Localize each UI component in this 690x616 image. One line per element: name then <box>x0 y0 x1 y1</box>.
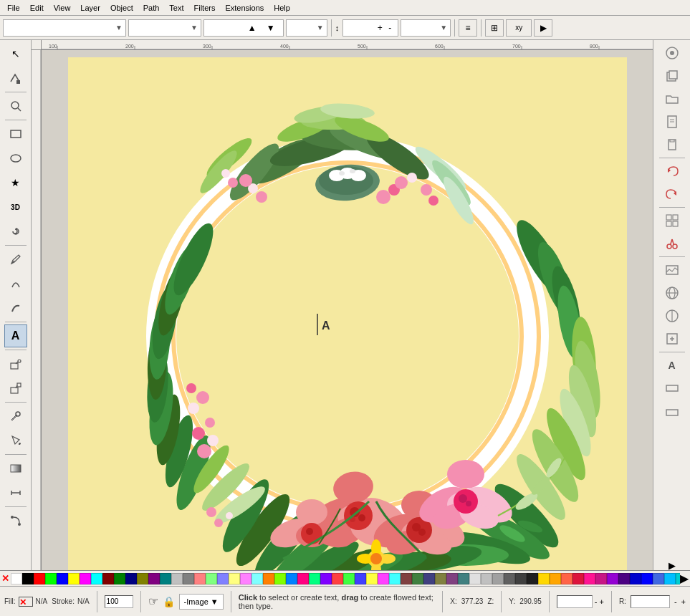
menu-text[interactable]: Text <box>165 2 188 14</box>
palette-swatch[interactable] <box>630 573 641 584</box>
tool-rect[interactable] <box>4 122 27 145</box>
tool-spray[interactable] <box>4 352 27 375</box>
right-web2-btn[interactable] <box>659 305 685 327</box>
size-up-btn[interactable]: ▲ <box>243 19 262 37</box>
palette-swatch[interactable] <box>22 573 34 584</box>
palette-swatch[interactable] <box>538 573 550 584</box>
unit-control[interactable]: pt ▼ <box>286 19 327 37</box>
font-family-input[interactable]: Linux Libertine Display O <box>6 24 114 32</box>
palette-swatch[interactable] <box>137 573 148 584</box>
palette-swatch[interactable] <box>584 573 595 584</box>
font-size-control[interactable]: 32 ▲ ▼ <box>203 19 284 37</box>
palette-swatch[interactable] <box>401 573 412 584</box>
menu-filters[interactable]: Filters <box>190 2 220 14</box>
more-btn[interactable]: ▶ <box>534 19 552 37</box>
palette-swatch[interactable] <box>641 573 653 584</box>
palette-swatch[interactable] <box>595 573 607 584</box>
palette-swatch[interactable] <box>446 573 458 584</box>
tool-dropper[interactable] <box>4 405 27 428</box>
tool-spray2[interactable] <box>4 377 27 400</box>
palette-swatch[interactable] <box>653 573 664 584</box>
zoom-in-btn[interactable]: + <box>599 597 603 606</box>
palette-swatch[interactable] <box>57 573 68 584</box>
palette-swatch[interactable] <box>664 573 676 584</box>
palette-swatch[interactable] <box>618 573 630 584</box>
xy-btn[interactable]: xy <box>506 19 532 37</box>
right-shape-btn[interactable] <box>659 400 685 422</box>
right-copy-btn[interactable] <box>659 65 685 87</box>
line-spacing-control[interactable]: 1.15 + - <box>342 19 398 37</box>
palette-swatch[interactable] <box>332 573 343 584</box>
tool-text[interactable]: A <box>4 324 27 347</box>
palette-swatch[interactable] <box>286 573 297 584</box>
palette-swatch[interactable] <box>91 573 102 584</box>
palette-swatch[interactable] <box>527 573 538 584</box>
menu-edit[interactable]: Edit <box>26 2 48 14</box>
palette-swatch[interactable] <box>550 573 561 584</box>
font-size-input[interactable]: 32 <box>207 24 243 32</box>
palette-swatch[interactable] <box>572 573 584 584</box>
menu-file[interactable]: File <box>3 2 24 14</box>
palette-swatch[interactable] <box>263 573 274 584</box>
menu-help[interactable]: Help <box>269 2 294 14</box>
right-page-btn[interactable] <box>659 111 685 133</box>
palette-swatch[interactable] <box>125 573 137 584</box>
right-image-btn[interactable] <box>659 259 685 281</box>
right-undo-btn[interactable] <box>659 160 685 182</box>
palette-swatch[interactable] <box>217 573 229 584</box>
tool-pencil[interactable] <box>4 248 27 271</box>
palette-swatch[interactable] <box>34 573 45 584</box>
palette-swatch[interactable] <box>320 573 332 584</box>
palette-swatch[interactable] <box>366 573 378 584</box>
image-dropdown[interactable]: -Image ▼ <box>179 594 224 610</box>
zoom-out-btn[interactable]: - <box>595 597 598 606</box>
rotation-cw-btn[interactable]: + <box>681 597 686 606</box>
tool-3d[interactable]: 3D <box>4 196 27 218</box>
palette-swatch[interactable] <box>148 573 160 584</box>
palette-swatch[interactable] <box>423 573 435 584</box>
rotation-input[interactable]: 0.00° <box>631 595 670 608</box>
palette-swatch[interactable] <box>183 573 194 584</box>
font-family-control[interactable]: Linux Libertine Display O ▼ <box>3 19 126 37</box>
palette-swatch[interactable] <box>561 573 572 584</box>
palette-swatch[interactable] <box>45 573 57 584</box>
palette-swatch[interactable] <box>481 573 492 584</box>
palette-swatch[interactable] <box>102 573 114 584</box>
tool-star[interactable]: ★ <box>4 171 27 194</box>
palette-swatch[interactable] <box>458 573 469 584</box>
opacity-input[interactable] <box>105 595 133 608</box>
right-paste-btn[interactable] <box>659 134 685 155</box>
palette-swatch[interactable] <box>251 573 263 584</box>
right-redo-btn[interactable] <box>659 183 685 205</box>
palette-swatch[interactable] <box>68 573 80 584</box>
right-rect2-btn[interactable] <box>659 377 685 399</box>
canvas[interactable]: A <box>68 57 627 600</box>
palette-swatch[interactable] <box>492 573 504 584</box>
menu-extensions[interactable]: Extensions <box>221 2 268 14</box>
size-down-btn[interactable]: ▼ <box>262 19 280 37</box>
tool-select[interactable]: ↖ <box>4 42 27 65</box>
glyph-btn[interactable]: ⊞ <box>485 19 504 37</box>
palette-swatch[interactable] <box>194 573 206 584</box>
menu-path[interactable]: Path <box>139 2 164 14</box>
canvas-wrapper[interactable]: A <box>42 50 653 600</box>
palette-swatch[interactable] <box>160 573 171 584</box>
tool-gradient[interactable] <box>4 457 27 480</box>
palette-swatch[interactable] <box>607 573 618 584</box>
tool-fill[interactable] <box>4 429 27 452</box>
spacing-down-btn[interactable]: - <box>385 19 395 37</box>
tool-spiral[interactable] <box>4 220 27 243</box>
tool-calligraphy[interactable] <box>4 297 27 319</box>
palette-swatch[interactable] <box>389 573 401 584</box>
tool-circle[interactable] <box>4 147 27 170</box>
palette-swatch[interactable] <box>206 573 217 584</box>
right-snap-btn[interactable] <box>659 42 685 64</box>
palette-swatch[interactable] <box>80 573 91 584</box>
lines-control[interactable]: lines ▼ <box>401 19 451 37</box>
right-folder-btn[interactable] <box>659 88 685 110</box>
zoom-input[interactable]: 100% <box>557 595 593 608</box>
right-text-align-btn[interactable]: A <box>659 355 685 376</box>
line-spacing-input[interactable]: 1.15 <box>346 24 375 32</box>
palette-swatch[interactable] <box>343 573 355 584</box>
tool-pen[interactable] <box>4 272 27 295</box>
